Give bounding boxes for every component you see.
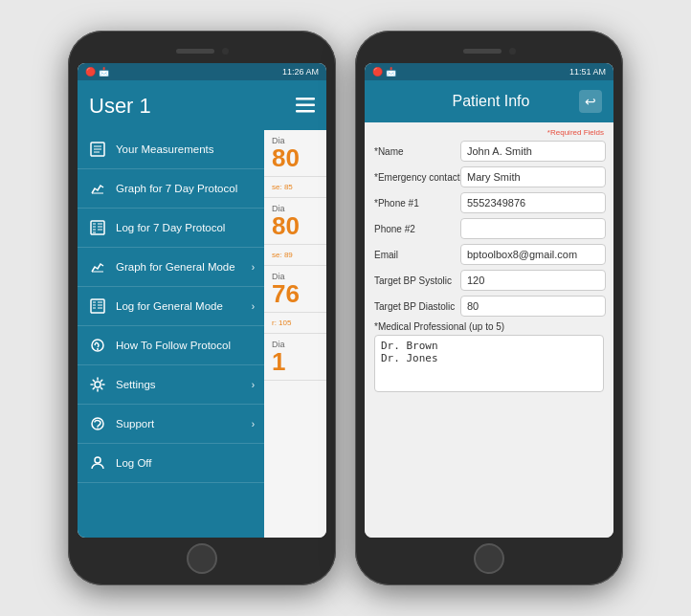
left-phone-top — [78, 42, 326, 59]
bp-systolic-input[interactable] — [460, 270, 606, 291]
data-row-3: Dia 80 — [264, 198, 326, 245]
data-row-7: Dia 1 — [264, 334, 326, 381]
svg-point-28 — [97, 428, 98, 429]
graph-general-chevron: › — [252, 262, 255, 273]
svg-rect-0 — [296, 98, 315, 100]
measurements-label: Your Measurements — [116, 143, 214, 155]
phone2-field: Phone #2 — [374, 218, 604, 239]
bp-diastolic-field: Target BP Diastolic — [374, 296, 604, 317]
left-status-bar: 🔴 📩 11:26 AM — [78, 63, 326, 80]
svg-rect-1 — [296, 104, 315, 107]
protocol-label: How To Follow Protocol — [116, 340, 231, 351]
phone1-label: *Phone #1 — [374, 198, 460, 209]
right-status-icons: 🔴 📩 — [372, 67, 396, 77]
hamburger-icon[interactable] — [296, 98, 315, 118]
protocol-icon — [87, 335, 108, 356]
email-input[interactable] — [460, 244, 606, 265]
patient-title: Patient Info — [403, 93, 579, 110]
email-label: Email — [374, 250, 460, 260]
svg-point-26 — [95, 382, 100, 387]
measurements-icon — [87, 139, 108, 160]
right-status-right: 11:51 AM — [569, 67, 606, 77]
bp-diastolic-input[interactable] — [460, 296, 606, 317]
phone2-input[interactable] — [460, 218, 606, 239]
menu-list: Your Measurements Graph for 7 Day Protoc… — [78, 130, 264, 538]
back-button[interactable]: ↩ — [579, 90, 602, 113]
right-home-button[interactable] — [474, 543, 504, 574]
name-field: *Name — [374, 141, 604, 162]
menu-header: User 1 — [78, 80, 326, 130]
status-right: 11:26 AM — [282, 67, 319, 77]
graph-general-label: Graph for General Mode — [116, 261, 235, 273]
menu-title: User 1 — [89, 94, 151, 119]
data-row-6: r: 105 — [264, 313, 326, 334]
data-value-1: 80 — [272, 145, 319, 170]
name-label: *Name — [374, 146, 460, 157]
right-bottom-bar — [365, 543, 613, 574]
log-general-chevron: › — [252, 301, 255, 312]
right-phone: 🔴 📩 11:51 AM Patient Info ↩ *Required Fi… — [355, 31, 623, 585]
logoff-label: Log Off — [116, 457, 152, 469]
data-sub-6: r: 105 — [272, 319, 319, 327]
menu-item-logoff[interactable]: Log Off — [78, 444, 264, 483]
emergency-label: *Emergency contact — [374, 172, 460, 183]
menu-item-log7day[interactable]: Log for 7 Day Protocol — [78, 209, 264, 248]
med-prof-label: *Medical Professional (up to 5) — [374, 321, 604, 332]
data-row-5: Dia 76 — [264, 266, 326, 313]
svg-point-27 — [92, 418, 103, 429]
right-speaker — [463, 49, 502, 54]
log7day-label: Log for 7 Day Protocol — [116, 222, 225, 233]
med-prof-textarea[interactable]: Dr. Brown Dr. Jones — [374, 335, 604, 392]
emergency-field: *Emergency contact — [374, 166, 604, 187]
log-general-icon — [87, 296, 108, 317]
patient-form: *Required Fields *Name *Emergency contac… — [365, 122, 613, 538]
left-home-button[interactable] — [187, 543, 217, 574]
menu-item-log-general[interactable]: Log for General Mode › — [78, 287, 264, 326]
right-phone-screen: 🔴 📩 11:51 AM Patient Info ↩ *Required Fi… — [365, 63, 613, 538]
emergency-input[interactable] — [460, 166, 606, 187]
graph7day-label: Graph for 7 Day Protocol — [116, 183, 237, 194]
data-sub-2: se: 85 — [272, 183, 319, 191]
menu-content: Your Measurements Graph for 7 Day Protoc… — [78, 130, 326, 538]
svg-rect-17 — [91, 299, 104, 313]
bp-diastolic-label: Target BP Diastolic — [374, 301, 460, 312]
menu-item-graph-general[interactable]: Graph for General Mode › — [78, 248, 264, 287]
settings-chevron: › — [252, 380, 255, 390]
status-icons: 🔴 📩 — [85, 67, 109, 77]
camera — [222, 48, 229, 55]
svg-point-29 — [95, 457, 100, 463]
support-chevron: › — [252, 419, 255, 429]
data-panel: Dia 80 se: 85 Dia 80 se: 89 Dia — [264, 130, 326, 538]
settings-icon — [87, 374, 108, 395]
right-status-time: 11:51 AM — [569, 67, 606, 77]
name-input[interactable] — [460, 141, 606, 162]
phones-container: 🔴 📩 11:26 AM User 1 — [49, 11, 642, 605]
log-general-label: Log for General Mode — [116, 300, 223, 312]
menu-item-settings[interactable]: Settings › — [78, 365, 264, 405]
menu-item-measurements[interactable]: Your Measurements — [78, 130, 264, 169]
phone2-label: Phone #2 — [374, 224, 460, 234]
right-camera — [509, 48, 516, 55]
menu-item-support[interactable]: Support › — [78, 405, 264, 444]
required-note: *Required Fields — [374, 128, 604, 137]
phone1-field: *Phone #1 — [374, 192, 604, 213]
graph7day-icon — [87, 178, 108, 199]
data-row-2: se: 85 — [264, 177, 326, 198]
med-prof-section: *Medical Professional (up to 5) Dr. Brow… — [374, 321, 604, 396]
settings-label: Settings — [116, 379, 156, 390]
email-field: Email — [374, 244, 604, 265]
phone1-input[interactable] — [460, 192, 606, 213]
menu-item-protocol[interactable]: How To Follow Protocol — [78, 326, 264, 365]
right-status-left: 🔴 📩 — [372, 67, 396, 77]
support-icon — [87, 413, 108, 434]
data-row-1: Dia 80 — [264, 130, 326, 177]
svg-rect-2 — [296, 110, 315, 113]
right-phone-top — [365, 42, 613, 59]
graph-general-icon — [87, 256, 108, 277]
menu-item-graph7day[interactable]: Graph for 7 Day Protocol — [78, 169, 264, 209]
left-phone-screen: 🔴 📩 11:26 AM User 1 — [78, 63, 326, 538]
right-status-bar: 🔴 📩 11:51 AM — [365, 63, 613, 80]
speaker — [176, 49, 214, 54]
data-row-4: se: 89 — [264, 245, 326, 266]
data-value-3: 80 — [272, 213, 319, 238]
